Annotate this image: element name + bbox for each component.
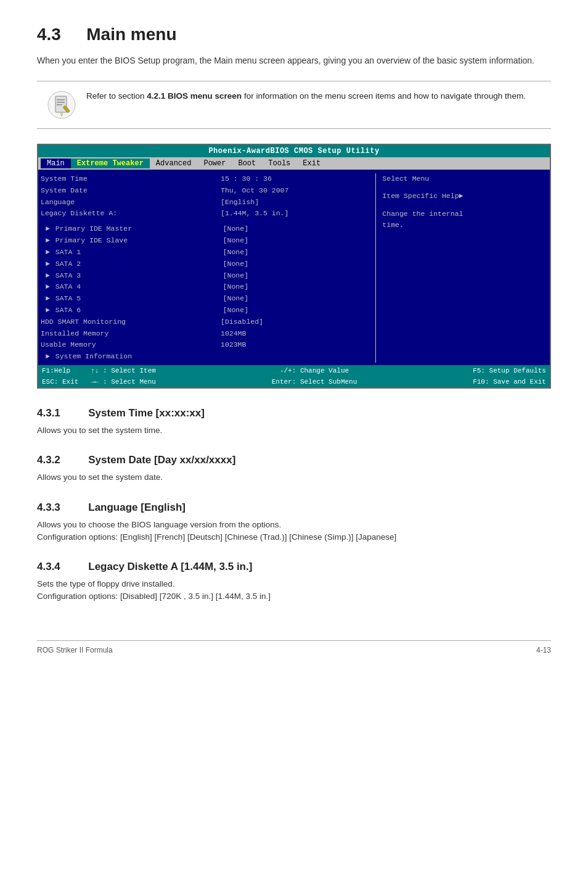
bios-row-sata5: ► SATA 5 [None] [41,293,370,304]
bios-row-sata1: ► SATA 1 [None] [41,247,370,258]
bios-row-system-info: ► System Information [41,351,370,362]
sub-heading-433: 4.3.3 Language [English] [37,501,551,514]
bios-menu-extreme[interactable]: Extreme Tweaker [71,159,150,168]
bios-row-sata2: ► SATA 2 [None] [41,258,370,270]
bios-status-f5: F5: Setup Defaults [473,367,546,374]
bios-status-f10: F10: Save and Exit [473,378,546,386]
section-num: 4.3 [37,25,61,44]
sub-heading-431: 4.3.1 System Time [xx:xx:xx] [37,407,551,419]
bios-statusbar: F1:Help ↑↓ : Select Item -/+: Change Val… [38,365,550,376]
bios-help-col: Select Menu Item Specific Help► Change t… [375,173,547,363]
bios-menu-main[interactable]: Main [41,159,71,168]
bios-status-f1: F1:Help ↑↓ : Select Item [42,367,156,374]
bios-help-select-menu: Select Menu [382,173,547,184]
bios-title-bar: Phoenix-AwardBIOS CMOS Setup Utility [38,145,550,157]
bios-main-col: System Time 15 : 30 : 36 System Date Thu… [41,173,375,363]
note-icon [47,90,76,120]
bios-row-primary-ide-master: ► Primary IDE Master [None] [41,223,370,234]
bios-row-usable-memory: Usable Memory 1023MB [41,339,370,350]
bios-menu-bar: Main Extreme Tweaker Advanced Power Boot… [38,157,550,170]
page-footer: ROG Striker II Formula 4-13 [37,640,551,654]
bios-row-primary-ide-slave: ► Primary IDE Slave [None] [41,235,370,246]
bios-menu-tools[interactable]: Tools [262,159,296,168]
intro-text: When you enter the BIOS Setup program, t… [37,54,551,67]
sub-heading-432: 4.3.2 System Date [Day xx/xx/xxxx] [37,454,551,466]
section-title: 4.3 Main menu [37,25,551,44]
bios-row-hdd-smart: HDD SMART Monitoring [Disabled] [41,316,370,328]
bios-row-installed-memory: Installed Memory 1024MB [41,328,370,339]
bios-menu-boot[interactable]: Boot [232,159,262,168]
svg-rect-2 [57,99,65,101]
bios-row-system-date: System Date Thu, Oct 30 2007 [41,185,370,196]
bios-row-system-time: System Time 15 : 30 : 36 [41,173,370,184]
bios-menu-power[interactable]: Power [197,159,232,168]
footer-left: ROG Striker II Formula [37,646,113,654]
bios-help-item-specific: Item Specific Help► [382,191,547,202]
bios-content: System Time 15 : 30 : 36 System Date Thu… [38,170,550,365]
bios-row-sata3: ► SATA 3 [None] [41,270,370,281]
bios-help-change: Change the internaltime. [382,208,547,231]
sub-heading-434: 4.3.4 Legacy Diskette A [1.44M, 3.5 in.] [37,561,551,573]
bios-statusbar2: ESC: Exit →← : Select Menu Enter: Select… [38,376,550,387]
section-label: Main menu [86,25,176,44]
sub-text-431: Allows you to set the system time. [37,424,551,437]
subsections: 4.3.1 System Time [xx:xx:xx] Allows you … [37,407,551,603]
bios-status-esc: ESC: Exit →← : Select Menu [42,378,156,386]
sub-text-434: Sets the type of floppy drive installed.… [37,578,551,603]
sub-text-433: Allows you to choose the BIOS language v… [37,519,551,544]
bios-menu-advanced[interactable]: Advanced [150,159,198,168]
bios-row-language: Language [English] [41,197,370,208]
svg-rect-4 [57,104,62,105]
bios-screen: Phoenix-AwardBIOS CMOS Setup Utility Mai… [37,144,551,389]
footer-right: 4-13 [536,646,551,654]
bios-row-sata4: ► SATA 4 [None] [41,281,370,292]
bios-status-change: -/+: Change Value [280,367,349,374]
bios-row-legacy-diskette: Legacy Diskette A: [1.44M, 3.5 in.] [41,208,370,219]
bios-menu-exit[interactable]: Exit [296,159,327,168]
bios-status-enter: Enter: Select SubMenu [272,378,357,386]
svg-rect-3 [57,102,65,103]
sub-text-432: Allows you to set the system date. [37,471,551,484]
note-box: Refer to section 4.2.1 BIOS menu screen … [37,81,551,129]
bios-row-sata6: ► SATA 6 [None] [41,305,370,316]
note-text: Refer to section 4.2.1 BIOS menu screen … [86,90,526,102]
